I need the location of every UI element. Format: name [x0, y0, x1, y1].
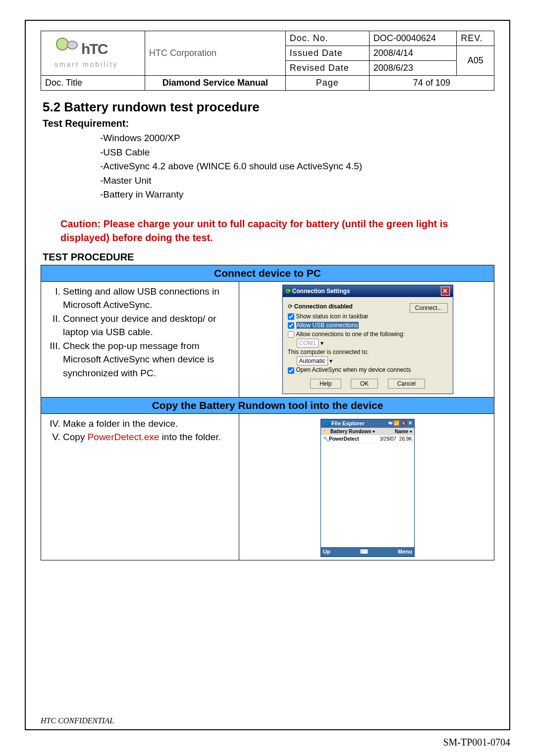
svg-point-1: [67, 41, 77, 49]
step-item: Make a folder in the device.: [63, 417, 236, 431]
file-date: 3/29/07: [379, 436, 396, 442]
close-icon[interactable]: ✕: [441, 287, 450, 296]
issued-date-label: Issued Date: [285, 46, 369, 61]
document-header-table: hTC smart mobility HTC Corporation Doc. …: [41, 31, 494, 91]
procedure-heading: TEST PROCEDURE: [43, 252, 494, 263]
procedure-image-cell: ⟳ Connection Settings ✕ ⟳ Connection dis…: [239, 281, 494, 397]
requirement-item: -Battery in Warranty: [100, 188, 494, 202]
procedure-image-cell: 🟦 File Explorer ⇆ 📶 🔇 ✕ 📁 Battery Rundow…: [239, 413, 494, 560]
sync-icon: ⟳: [286, 288, 291, 295]
procedure-step-header: Copy the Battery Rundown tool into the d…: [41, 397, 494, 413]
connection-status: Connection disabled: [294, 303, 353, 310]
test-requirement-heading: Test Requirement:: [43, 118, 494, 129]
step-item: Copy PowerDetect.exe into the folder.: [63, 430, 236, 444]
step-item: Setting and allow USB connections in Mic…: [63, 285, 236, 312]
procedure-table: Connect device to PC Setting and allow U…: [41, 265, 494, 560]
ok-button[interactable]: OK: [351, 379, 378, 389]
com-port-select[interactable]: COM1: [297, 339, 319, 348]
corporation-name: HTC Corporation: [145, 31, 286, 76]
htc-logo-icon: hTC smart mobility: [54, 36, 131, 71]
menu-button[interactable]: Menu: [398, 549, 412, 555]
dialog-title: Connection Settings: [292, 288, 350, 295]
confidential-footer: HTC CONFIDENTIAL: [41, 716, 114, 725]
doc-title-value: Diamond Service Manual: [145, 76, 286, 91]
rev-value: A05: [457, 46, 494, 76]
requirement-item: -Master Unit: [100, 174, 494, 188]
page-value: 74 of 109: [369, 76, 494, 91]
windows-icon: 🟦: [323, 420, 330, 426]
procedure-text-cell: Setting and allow USB connections in Mic…: [41, 281, 239, 397]
show-status-checkbox[interactable]: Show status icon in taskbar: [288, 313, 369, 320]
issued-date-value: 2008/4/14: [369, 46, 456, 61]
svg-point-0: [56, 38, 68, 50]
taskbar-icons: ⇆ 📶 🔇 ✕: [388, 420, 412, 427]
activesync-dialog: ⟳ Connection Settings ✕ ⟳ Connection dis…: [282, 285, 453, 394]
connect-button[interactable]: Connect...: [410, 303, 448, 313]
file-name[interactable]: PowerDetect: [329, 436, 359, 442]
folder-icon: 📁: [323, 429, 329, 434]
section-heading: 5.2 Battery rundown test procedure: [43, 100, 494, 115]
file-size: 26.9K: [399, 436, 412, 442]
step-item: Check the pop-up message from Microsoft …: [63, 339, 236, 380]
fe-empty-area: [321, 443, 414, 547]
exe-icon: 🔧: [323, 436, 329, 442]
connected-to-label: This computer is connected to:: [288, 349, 448, 355]
doc-no-label: Doc. No.: [285, 31, 369, 46]
fe-title: File Explorer: [331, 420, 365, 426]
caution-text: Caution: Please charge your unit to full…: [60, 217, 475, 245]
file-explorer-window: 🟦 File Explorer ⇆ 📶 🔇 ✕ 📁 Battery Rundow…: [321, 419, 415, 557]
revised-date-label: Revised Date: [285, 61, 369, 76]
cancel-button[interactable]: Cancel: [388, 379, 425, 389]
revised-date-value: 2008/6/23: [369, 61, 456, 76]
requirement-item: -ActiveSync 4.2 above (WINCE 6.0 should …: [100, 159, 494, 174]
requirement-item: -USB Cable: [100, 146, 494, 160]
htc-logo-cell: hTC smart mobility: [41, 31, 145, 76]
svg-text:smart mobility: smart mobility: [54, 60, 118, 68]
doc-no-value: DOC-00040624: [369, 31, 456, 46]
sort-name[interactable]: Name: [395, 429, 408, 434]
procedure-text-cell: Make a folder in the device. Copy PowerD…: [41, 413, 239, 560]
allow-usb-checkbox[interactable]: Allow USB connections: [288, 322, 359, 329]
network-select[interactable]: Automatic: [297, 356, 328, 365]
keyboard-icon[interactable]: ⌨: [360, 549, 368, 555]
help-button[interactable]: Help: [310, 379, 341, 389]
svg-text:hTC: hTC: [81, 41, 108, 57]
open-activesync-checkbox[interactable]: Open ActiveSync when my device connects: [288, 366, 411, 373]
folder-name: Battery Rundown: [330, 429, 372, 434]
doc-title-label: Doc. Title: [41, 76, 145, 91]
allow-connections-checkbox[interactable]: Allow connections to one of the followin…: [288, 331, 405, 338]
requirement-item: -Windows 2000/XP: [100, 131, 494, 146]
step-item: Connect your device and desktop/ or lapt…: [63, 312, 236, 339]
page-label: Page: [285, 76, 369, 91]
document-code: SM-TP001-0704: [443, 737, 510, 748]
requirement-list: -Windows 2000/XP -USB Cable -ActiveSync …: [100, 131, 494, 202]
sync-small-icon: ⟳: [288, 303, 293, 310]
procedure-step-header: Connect device to PC: [41, 265, 494, 281]
up-button[interactable]: Up: [323, 549, 330, 555]
rev-label: REV.: [457, 31, 494, 46]
